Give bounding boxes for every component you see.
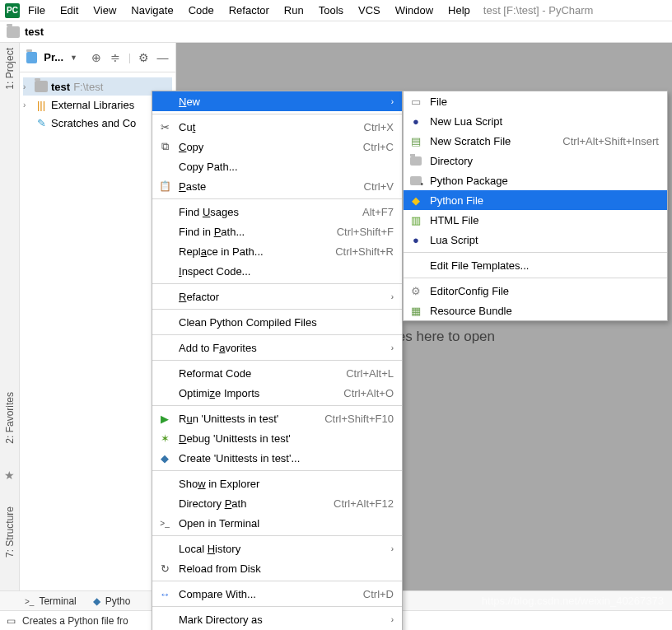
ctx-inspect[interactable]: Inspect Code... bbox=[152, 261, 402, 281]
project-pane-title[interactable]: Pr... bbox=[44, 51, 63, 63]
ctx-copy-path[interactable]: Copy Path... bbox=[152, 156, 402, 176]
ctx-clean-pyc[interactable]: Clean Python Compiled Files bbox=[152, 312, 402, 332]
ctx-mark-directory[interactable]: Mark Directory as› bbox=[152, 609, 402, 629]
collapse-icon[interactable]: ≑ bbox=[110, 51, 122, 64]
project-icon bbox=[26, 52, 37, 63]
ctx-directory-path[interactable]: Directory PathCtrl+Alt+F12 bbox=[152, 493, 402, 513]
statusbar-icon[interactable]: ▭ bbox=[7, 615, 16, 627]
terminal-icon bbox=[157, 519, 172, 528]
scissors-icon bbox=[157, 121, 172, 133]
ctx-add-favorites[interactable]: Add to Favorites› bbox=[152, 338, 402, 357]
folder-icon bbox=[7, 26, 20, 38]
tab-project[interactable]: 1: Project bbox=[4, 48, 16, 90]
new-scratch-file[interactable]: New Scratch FileCtrl+Alt+Shift+Insert bbox=[404, 131, 667, 151]
ctx-new[interactable]: New› bbox=[152, 91, 402, 111]
new-html-file[interactable]: HTML File bbox=[404, 210, 667, 230]
tree-root-label: test bbox=[51, 81, 70, 93]
menu-view[interactable]: View bbox=[86, 2, 123, 18]
copy-icon bbox=[157, 140, 172, 153]
tab-structure[interactable]: 7: Structure bbox=[4, 506, 16, 558]
folder-icon bbox=[410, 156, 422, 166]
window-title: test [F:\test] - PyCharm bbox=[483, 4, 594, 16]
ctx-debug[interactable]: Debug 'Unittests in test' bbox=[152, 428, 402, 448]
ctx-paste[interactable]: PasteCtrl+V bbox=[152, 176, 402, 196]
menu-tools[interactable]: Tools bbox=[312, 2, 350, 18]
chevron-down-icon[interactable]: ▼ bbox=[70, 54, 77, 62]
ctx-find-in-path[interactable]: Find in Path...Ctrl+Shift+F bbox=[152, 222, 402, 241]
tree-ext-label: External Libraries bbox=[51, 99, 134, 111]
statusbar-message: Creates a Python file fro bbox=[22, 615, 128, 627]
ctx-local-history[interactable]: Local History› bbox=[152, 539, 402, 558]
left-toolwindow-tabs: 1: Project 2: Favorites ★ 7: Structure bbox=[0, 43, 20, 590]
new-resource-bundle[interactable]: Resource Bundle bbox=[404, 301, 667, 320]
ctx-refactor[interactable]: Refactor› bbox=[152, 287, 402, 306]
menu-edit[interactable]: Edit bbox=[54, 2, 85, 18]
ctx-compare-with[interactable]: Compare With...Ctrl+D bbox=[152, 584, 402, 604]
ctx-find-usages[interactable]: Find UsagesAlt+F7 bbox=[152, 202, 402, 222]
app-icon: PC bbox=[5, 3, 20, 18]
breadcrumb: test bbox=[0, 21, 672, 43]
run-icon bbox=[157, 413, 172, 425]
menu-navigate[interactable]: Navigate bbox=[124, 2, 180, 18]
tab-favorites[interactable]: 2: Favorites bbox=[4, 392, 16, 444]
ctx-reformat[interactable]: Reformat CodeCtrl+Alt+L bbox=[152, 363, 402, 383]
new-lua[interactable]: Lua Script bbox=[404, 230, 667, 250]
new-editorconfig[interactable]: EditorConfig File bbox=[404, 281, 667, 301]
lua-icon bbox=[408, 234, 423, 246]
python-icon bbox=[157, 452, 172, 464]
ctx-optimize[interactable]: Optimize ImportsCtrl+Alt+O bbox=[152, 383, 402, 403]
paste-icon bbox=[157, 180, 172, 192]
ctx-replace-in-path[interactable]: Replace in Path...Ctrl+Shift+R bbox=[152, 241, 402, 261]
new-python-file[interactable]: Python File bbox=[404, 190, 667, 210]
context-menu: New› CutCtrl+X CopyCtrl+C Copy Path... P… bbox=[152, 91, 403, 630]
new-edit-templates[interactable]: Edit File Templates... bbox=[404, 255, 667, 275]
star-icon: ★ bbox=[4, 469, 15, 482]
package-icon bbox=[410, 176, 422, 185]
new-lua-script[interactable]: New Lua Script bbox=[404, 111, 667, 131]
new-directory[interactable]: Directory bbox=[404, 151, 667, 170]
scratch-icon bbox=[408, 135, 423, 147]
tree-root[interactable]: › test F:\test bbox=[23, 77, 172, 96]
python-icon bbox=[93, 595, 100, 607]
terminal-icon bbox=[25, 595, 34, 607]
ctx-cut[interactable]: CutCtrl+X bbox=[152, 117, 402, 137]
gear-icon bbox=[408, 285, 423, 297]
file-icon bbox=[408, 96, 423, 108]
ctx-create-run[interactable]: Create 'Unittests in test'... bbox=[152, 448, 402, 468]
new-submenu: File New Lua Script New Scratch FileCtrl… bbox=[403, 91, 668, 321]
menu-vcs[interactable]: VCS bbox=[352, 2, 387, 18]
menubar: PC File Edit View Navigate Code Refactor… bbox=[0, 0, 672, 21]
target-icon[interactable]: ⊕ bbox=[91, 51, 103, 64]
gear-icon[interactable]: ⚙ bbox=[138, 51, 150, 64]
reload-icon bbox=[157, 562, 172, 575]
tab-python-console[interactable]: Pytho bbox=[93, 595, 131, 607]
ctx-run[interactable]: Run 'Unittests in test'Ctrl+Shift+F10 bbox=[152, 408, 402, 428]
python-file-icon bbox=[408, 194, 423, 207]
tree-root-path: F:\test bbox=[73, 81, 103, 93]
tree-external-libraries[interactable]: › ||| External Libraries bbox=[23, 96, 172, 114]
tree-scratches[interactable]: ✎ Scratches and Co bbox=[23, 114, 172, 132]
folder-icon bbox=[35, 81, 48, 92]
menu-code[interactable]: Code bbox=[182, 2, 221, 18]
bundle-icon bbox=[408, 305, 423, 317]
new-python-package[interactable]: Python Package bbox=[404, 170, 667, 190]
hide-icon[interactable]: — bbox=[156, 51, 169, 64]
ctx-reload-disk[interactable]: Reload from Disk bbox=[152, 558, 402, 578]
menu-help[interactable]: Help bbox=[441, 2, 477, 18]
breadcrumb-project[interactable]: test bbox=[25, 26, 44, 38]
menu-refactor[interactable]: Refactor bbox=[222, 2, 276, 18]
menu-file[interactable]: File bbox=[21, 2, 52, 18]
html-icon bbox=[408, 214, 423, 226]
menu-run[interactable]: Run bbox=[278, 2, 310, 18]
ctx-open-terminal[interactable]: Open in Terminal bbox=[152, 513, 402, 533]
menu-window[interactable]: Window bbox=[389, 2, 440, 18]
project-pane-header: Pr... ▼ ⊕ ≑ | ⚙ — bbox=[20, 43, 175, 72]
lua-icon bbox=[408, 115, 423, 128]
tree-scratches-label: Scratches and Co bbox=[51, 117, 136, 129]
tab-terminal[interactable]: Terminal bbox=[25, 595, 77, 607]
debug-icon bbox=[157, 432, 172, 445]
new-file[interactable]: File bbox=[404, 91, 667, 111]
ctx-show-explorer[interactable]: Show in Explorer bbox=[152, 474, 402, 493]
compare-icon bbox=[157, 588, 172, 600]
ctx-copy[interactable]: CopyCtrl+C bbox=[152, 137, 402, 156]
